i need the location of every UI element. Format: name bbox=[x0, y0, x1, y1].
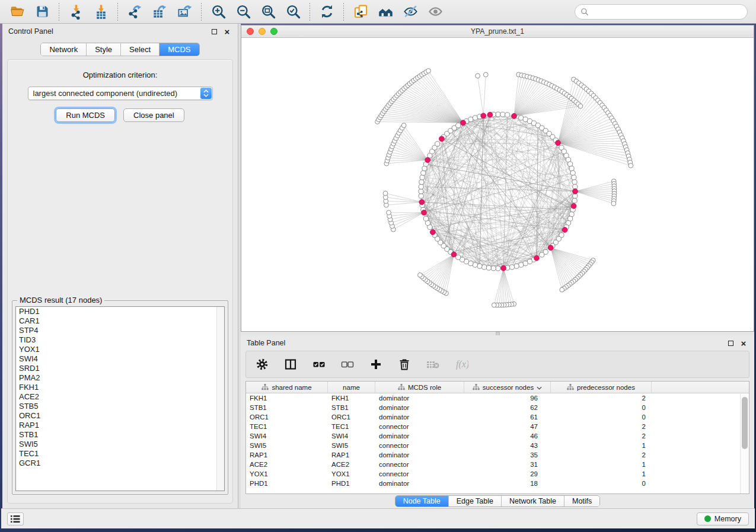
cell-mcds_role[interactable]: dominator bbox=[375, 432, 464, 440]
window-close-icon[interactable] bbox=[247, 28, 254, 35]
tab-style[interactable]: Style bbox=[87, 43, 121, 56]
cell-mcds_role[interactable]: dominator bbox=[375, 414, 464, 421]
cell-shared_name[interactable]: PHD1 bbox=[246, 480, 328, 487]
save-session-button[interactable] bbox=[30, 2, 55, 22]
mcds-result-item[interactable]: GCR1 bbox=[16, 459, 224, 468]
column-header-mcds_role[interactable]: MCDS role bbox=[375, 382, 464, 393]
clone-network-button[interactable] bbox=[348, 2, 373, 22]
tab-edge-table[interactable]: Edge Table bbox=[449, 496, 502, 507]
network-canvas[interactable] bbox=[241, 38, 754, 331]
table-row[interactable]: RAP1RAP1dominator352 bbox=[246, 450, 749, 460]
export-image-button[interactable] bbox=[172, 2, 197, 22]
close-table-panel-button[interactable]: × bbox=[739, 338, 748, 348]
cell-shared_name[interactable]: SWI4 bbox=[246, 432, 328, 440]
mcds-result-item[interactable]: YOX1 bbox=[16, 345, 224, 354]
table-row[interactable]: ORC1ORC1dominator610 bbox=[246, 412, 749, 422]
cell-successor_nodes[interactable]: 46 bbox=[464, 432, 551, 440]
mcds-result-item[interactable]: RAP1 bbox=[16, 421, 224, 430]
cell-successor_nodes[interactable]: 35 bbox=[464, 451, 551, 459]
cell-mcds_role[interactable]: connector bbox=[375, 423, 464, 430]
tab-select[interactable]: Select bbox=[121, 43, 160, 56]
cell-predecessor_nodes[interactable]: 0 bbox=[551, 480, 652, 487]
mcds-result-item[interactable]: PMA2 bbox=[16, 373, 224, 383]
cell-successor_nodes[interactable]: 29 bbox=[464, 470, 551, 477]
mcds-result-item[interactable]: TEC1 bbox=[16, 449, 224, 459]
mcds-result-item[interactable]: SWI4 bbox=[16, 354, 224, 364]
window-maximize-icon[interactable] bbox=[270, 28, 277, 35]
zoom-fit-button[interactable] bbox=[256, 2, 280, 22]
tab-node-table[interactable]: Node Table bbox=[395, 496, 449, 507]
cell-predecessor_nodes[interactable]: 1 bbox=[551, 461, 652, 468]
table-row[interactable]: ACE2ACE2connector311 bbox=[246, 460, 749, 469]
cell-mcds_role[interactable]: dominator bbox=[375, 395, 464, 402]
table-row[interactable]: PHD1PHD1dominator180 bbox=[246, 479, 749, 488]
cell-successor_nodes[interactable]: 62 bbox=[464, 404, 551, 411]
table-row[interactable]: STB1STB1dominator620 bbox=[246, 403, 749, 412]
cell-shared_name[interactable]: RAP1 bbox=[246, 451, 328, 459]
mcds-result-item[interactable]: FKH1 bbox=[16, 383, 224, 392]
cell-mcds_role[interactable]: dominator bbox=[375, 480, 464, 487]
cell-successor_nodes[interactable]: 43 bbox=[464, 442, 551, 449]
optimization-criterion-select[interactable]: largest connected component (undirected) bbox=[28, 86, 213, 100]
cell-predecessor_nodes[interactable]: 2 bbox=[551, 423, 652, 430]
cell-shared_name[interactable]: ORC1 bbox=[246, 414, 328, 421]
cell-shared_name[interactable]: STB1 bbox=[246, 404, 328, 411]
column-header-shared_name[interactable]: shared name bbox=[246, 382, 328, 393]
column-header-successor_nodes[interactable]: successor nodes bbox=[464, 382, 551, 393]
gear-button[interactable] bbox=[254, 357, 270, 372]
mcds-result-item[interactable]: TID3 bbox=[16, 335, 224, 345]
mcds-result-item[interactable]: ORC1 bbox=[16, 411, 224, 421]
zoom-in-button[interactable] bbox=[206, 2, 231, 22]
cell-mcds_role[interactable]: connector bbox=[375, 442, 464, 449]
cell-name[interactable]: RAP1 bbox=[328, 451, 375, 459]
cell-shared_name[interactable]: FKH1 bbox=[246, 395, 328, 402]
tab-network[interactable]: Network bbox=[41, 43, 87, 56]
cell-mcds_role[interactable]: dominator bbox=[375, 404, 464, 411]
table-row[interactable]: SWI5SWI5connector431 bbox=[246, 441, 749, 450]
cell-predecessor_nodes[interactable]: 0 bbox=[551, 414, 652, 421]
import-network-button[interactable] bbox=[63, 2, 88, 22]
column-header-name[interactable]: name bbox=[328, 382, 375, 393]
task-history-button[interactable] bbox=[7, 512, 24, 525]
mcds-result-item[interactable]: STP4 bbox=[16, 326, 224, 335]
cell-shared_name[interactable]: TEC1 bbox=[246, 423, 328, 430]
search-field[interactable] bbox=[575, 4, 748, 20]
cell-shared_name[interactable]: SWI5 bbox=[246, 442, 328, 449]
close-panel-button-mcds[interactable]: Close panel bbox=[123, 108, 184, 122]
cell-predecessor_nodes[interactable]: 2 bbox=[551, 451, 652, 459]
table-scrollbar[interactable] bbox=[740, 394, 749, 493]
add-column-button[interactable] bbox=[368, 357, 384, 372]
network-window-titlebar[interactable]: YPA_prune.txt_1 bbox=[241, 25, 754, 38]
search-input[interactable] bbox=[592, 8, 742, 16]
columns-button[interactable] bbox=[283, 357, 298, 372]
cell-predecessor_nodes[interactable]: 0 bbox=[551, 404, 652, 411]
mcds-result-item[interactable]: STB1 bbox=[16, 430, 224, 440]
cell-name[interactable]: ACE2 bbox=[328, 461, 375, 468]
open-file-button[interactable] bbox=[5, 2, 30, 22]
cell-successor_nodes[interactable]: 18 bbox=[464, 480, 551, 487]
cell-mcds_role[interactable]: connector bbox=[375, 461, 464, 468]
table-row[interactable]: YOX1YOX1connector291 bbox=[246, 469, 749, 479]
cell-name[interactable]: ORC1 bbox=[328, 414, 375, 421]
select-all-button[interactable] bbox=[311, 357, 327, 372]
cell-name[interactable]: FKH1 bbox=[328, 395, 375, 402]
memory-button[interactable]: Memory bbox=[697, 512, 749, 525]
deselect-all-button[interactable] bbox=[340, 357, 355, 372]
cell-successor_nodes[interactable]: 96 bbox=[464, 395, 551, 402]
cell-successor_nodes[interactable]: 31 bbox=[464, 461, 551, 468]
first-neighbors-button[interactable] bbox=[373, 2, 398, 22]
mcds-result-item[interactable]: PHD1 bbox=[16, 307, 224, 316]
zoom-selected-button[interactable] bbox=[280, 2, 305, 22]
export-network-button[interactable] bbox=[122, 2, 147, 22]
cell-name[interactable]: STB1 bbox=[328, 404, 375, 411]
run-mcds-button[interactable]: Run MCDS bbox=[56, 108, 115, 122]
export-table-button[interactable] bbox=[147, 2, 172, 22]
window-minimize-icon[interactable] bbox=[259, 28, 266, 35]
cell-predecessor_nodes[interactable]: 1 bbox=[551, 442, 652, 449]
cell-mcds_role[interactable]: dominator bbox=[375, 451, 464, 459]
column-header-predecessor_nodes[interactable]: predecessor nodes bbox=[551, 382, 652, 393]
refresh-button[interactable] bbox=[314, 2, 339, 22]
cell-predecessor_nodes[interactable]: 2 bbox=[551, 432, 652, 440]
float-table-panel-button[interactable] bbox=[726, 338, 735, 348]
float-panel-button[interactable] bbox=[209, 27, 219, 36]
